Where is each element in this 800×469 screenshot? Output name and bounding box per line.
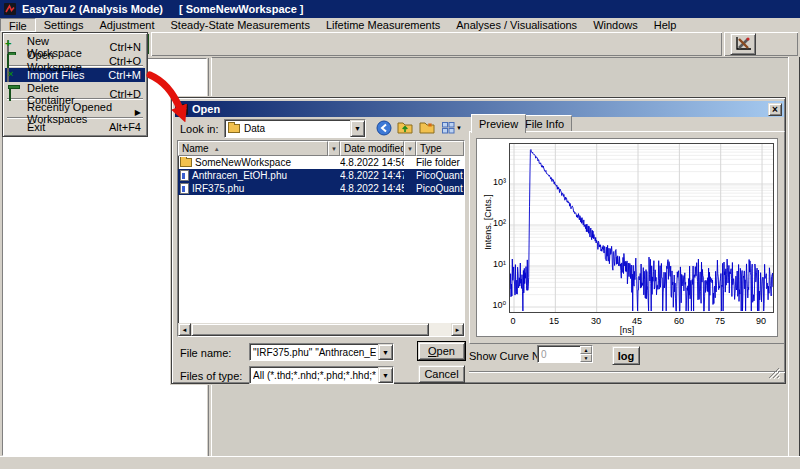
phu-file-icon: [180, 183, 189, 194]
chevron-down-icon[interactable]: ▼: [378, 344, 393, 360]
chevron-down-icon[interactable]: ▼: [378, 367, 393, 383]
tab-preview[interactable]: Preview: [471, 114, 526, 133]
workspace-name: [ SomeNewWorkspace ]: [179, 3, 304, 15]
sort-ascending-icon: ▲: [214, 146, 220, 152]
shortcut: Ctrl+O: [103, 55, 141, 67]
cancel-button[interactable]: Cancel: [418, 365, 465, 383]
file-name-label: File name:: [180, 347, 231, 359]
scroll-left-icon[interactable]: ◄: [178, 323, 191, 336]
menu-help[interactable]: Help: [646, 18, 685, 32]
menu-item-import-files[interactable]: × Import Files Ctrl+M: [5, 68, 145, 82]
files-of-type-label: Files of type:: [180, 370, 242, 382]
back-icon: [376, 120, 392, 136]
chart-x-axis-label: [ns]: [477, 325, 777, 335]
file-list-header: Name ▲ ▼ Date modified ▼ Type: [178, 141, 464, 156]
spin-down-icon[interactable]: ▼: [580, 354, 592, 362]
folder-icon: [228, 124, 240, 133]
open-workspace-icon: [7, 55, 21, 68]
resize-grip-icon[interactable]: [768, 367, 780, 379]
file-name-value: "IRF375.phu" "Anthracen_EtOH.phu": [253, 347, 376, 358]
panel-separator: [469, 371, 785, 373]
file-menu: + New Workspace Ctrl+N Open Workspace Ct…: [2, 32, 148, 137]
look-in-combobox[interactable]: Data ▼: [224, 119, 366, 138]
horizontal-scrollbar[interactable]: ◄ ►: [178, 323, 464, 336]
delete-container-icon: [7, 88, 21, 101]
show-curve-spinner[interactable]: 0 ▲▼: [537, 345, 593, 363]
menu-item-exit[interactable]: Exit Alt+F4: [5, 120, 145, 134]
open-button[interactable]: Open: [418, 342, 465, 360]
preview-panel: Intens. [Cnts.] 10³ 10² 10¹ 10⁰ 0 15 30 …: [469, 131, 785, 344]
look-in-label: Look in:: [180, 123, 219, 135]
up-one-level-button[interactable]: [396, 119, 415, 137]
view-menu-icon: [442, 122, 455, 134]
dialog-app-icon: [177, 104, 188, 115]
file-row-somenewworkspace[interactable]: SomeNewWorkspace 4.8.2022 14:56 File fol…: [178, 156, 464, 169]
up-one-level-icon: [397, 120, 414, 136]
close-icon[interactable]: ×: [768, 103, 782, 116]
files-of-type-combobox[interactable]: All (*.thd;*.nhd;*.phd;*.hhd;*.phu;*.dat…: [249, 366, 394, 384]
shortcut: Ctrl+D: [104, 88, 141, 100]
spin-up-icon[interactable]: ▲: [580, 346, 592, 354]
menu-adjustment[interactable]: Adjustment: [91, 18, 162, 32]
menu-item-recently-opened-workspaces[interactable]: Recently Opened Workspaces ▶: [5, 101, 145, 115]
create-new-folder-button[interactable]: [418, 119, 437, 137]
menu-item-delete-container[interactable]: Delete Container Ctrl+D: [5, 82, 145, 96]
app-icon: [4, 3, 16, 15]
client-right-edge: [788, 57, 791, 456]
statusbar: [0, 456, 800, 469]
open-button-label: pen: [437, 345, 455, 357]
menu-settings[interactable]: Settings: [36, 18, 92, 32]
menubar: File Settings Adjustment Steady-State Me…: [0, 18, 800, 32]
import-files-icon: ×: [7, 69, 21, 82]
dialog-title: Open: [192, 103, 220, 115]
menu-steady-state-measurements[interactable]: Steady-State Measurements: [163, 18, 318, 32]
window-title: EasyTau 2 (Analysis Mode): [22, 3, 163, 15]
menu-analyses-visualisations[interactable]: Analyses / Visualisations: [448, 18, 585, 32]
folder-icon: [180, 158, 192, 167]
chevron-down-icon[interactable]: ▼: [350, 120, 365, 137]
files-of-type-value: All (*.thd;*.nhd;*.phd;*.hhd;*.phu;*.dat…: [253, 370, 376, 381]
file-row-irf375[interactable]: IRF375.phu 4.8.2022 14:45 PicoQuant H: [178, 182, 464, 195]
name-filter-dropdown-icon[interactable]: ▼: [328, 141, 340, 156]
back-button[interactable]: [374, 119, 393, 137]
application-window: EasyTau 2 (Analysis Mode) [ SomeNewWorks…: [0, 0, 800, 469]
menu-file[interactable]: File: [0, 18, 36, 32]
column-header-type[interactable]: Type: [416, 141, 464, 156]
look-in-value: Data: [240, 123, 348, 134]
show-curve-value: 0: [541, 349, 580, 360]
preview-chart: Intens. [Cnts.] 10³ 10² 10¹ 10⁰ 0 15 30 …: [476, 138, 778, 337]
toolbar-right-strip: [724, 32, 798, 56]
menu-item-new-workspace[interactable]: + New Workspace Ctrl+N: [5, 35, 145, 49]
file-row-anthracen-etoh[interactable]: Anthracen_EtOH.phu 4.8.2022 14:47 PicoQu…: [178, 169, 464, 182]
menu-lifetime-measurements[interactable]: Lifetime Measurements: [318, 18, 448, 32]
submenu-arrow-icon: ▶: [129, 109, 141, 117]
create-new-folder-icon: [419, 120, 436, 136]
view-menu-button[interactable]: ▼: [440, 119, 464, 137]
shortcut: Alt+F4: [103, 121, 141, 133]
date-filter-dropdown-icon[interactable]: ▼: [404, 141, 416, 156]
phu-file-icon: [180, 170, 189, 181]
toolbar-strip: [151, 32, 722, 56]
column-header-date-modified[interactable]: Date modified: [340, 141, 404, 156]
chevron-down-icon: ▼: [456, 125, 462, 131]
file-list: Name ▲ ▼ Date modified ▼ Type SomeNewWor…: [177, 140, 465, 337]
scrollbar-thumb[interactable]: [191, 323, 429, 336]
menu-windows[interactable]: Windows: [585, 18, 646, 32]
log-scale-button[interactable]: log: [612, 346, 640, 365]
open-dialog: Open × Look in: Data ▼ ▼ Name: [171, 97, 786, 384]
shortcut: Ctrl+M: [102, 69, 141, 81]
window-titlebar: EasyTau 2 (Analysis Mode) [ SomeNewWorks…: [0, 0, 800, 18]
analysis-tools-button[interactable]: [730, 33, 756, 55]
file-name-combobox[interactable]: "IRF375.phu" "Anthracen_EtOH.phu" ▼: [249, 343, 394, 361]
chart-tools-icon: [733, 35, 753, 53]
shortcut: Ctrl+N: [104, 41, 141, 53]
column-header-name[interactable]: Name ▲: [178, 141, 328, 156]
preview-chart-plot: [509, 143, 774, 313]
scroll-right-icon[interactable]: ►: [451, 323, 464, 336]
